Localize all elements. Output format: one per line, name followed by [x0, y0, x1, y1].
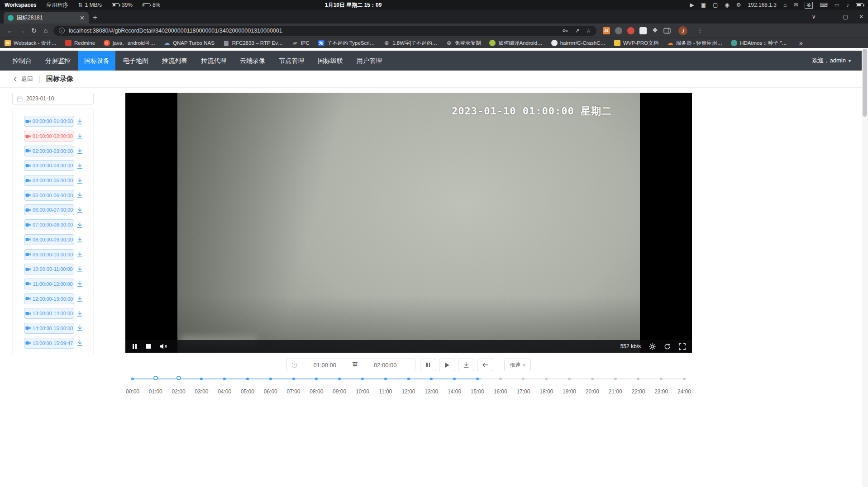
timeline-track[interactable]: 00:0001:0002:0003:0004:0005:0006:0007:00…	[133, 378, 684, 379]
nav-tab-split-screen[interactable]: 分屏监控	[39, 51, 76, 71]
bookmark-item-wvp-doc[interactable]: WVP-PRO文档	[614, 40, 658, 47]
range-start-time[interactable]: 01:00:00	[299, 362, 350, 369]
browser-tab[interactable]: 国标28181 ✕	[4, 12, 89, 24]
puzzle-extensions-icon[interactable]	[652, 27, 658, 34]
timeline-handle[interactable]	[176, 376, 181, 380]
side-panel-icon[interactable]	[663, 28, 671, 34]
bookmark-item-webstack[interactable]: WWebstack - 设计…	[5, 40, 57, 47]
segment-download-button-6[interactable]	[76, 207, 83, 213]
volume-icon[interactable]: ♪	[846, 2, 849, 8]
forward-icon[interactable]: →	[16, 27, 28, 34]
bookmark-item-zhihu[interactable]: 知了不起的 TypeScri…	[318, 40, 375, 47]
speed-dropdown[interactable]: 倍速 ▾	[504, 359, 530, 371]
back-icon[interactable]: ←	[5, 27, 16, 34]
play-button[interactable]	[439, 359, 455, 371]
user-menu[interactable]: 欢迎，admin ▾	[812, 57, 862, 65]
bookmark-item-redmine[interactable]: Redmine	[65, 40, 95, 46]
clipboard-icon[interactable]: ▢	[713, 2, 718, 8]
skip-back-button[interactable]	[477, 359, 493, 371]
blocker-extension-icon[interactable]	[627, 27, 634, 34]
segment-chip-10[interactable]: 10:00:00-11:00:00	[24, 264, 74, 274]
share-icon[interactable]: ↗	[575, 27, 579, 34]
reload-icon[interactable]: ↻	[28, 27, 40, 35]
segment-chip-3[interactable]: 03:00:00-04:00:00	[24, 160, 74, 171]
segment-download-button-11[interactable]	[76, 280, 83, 287]
bookmark-item-ipc[interactable]: ▰IPC	[292, 40, 310, 46]
bookmark-item-github[interactable]: hairrrrr/C-CrashC…	[551, 40, 606, 46]
bookmark-item-rfc2833[interactable]: ▤RFC2833 – RTP Ev…	[223, 40, 283, 46]
segment-download-button-3[interactable]	[76, 162, 83, 169]
screenshot-icon[interactable]: ▣	[701, 2, 706, 8]
date-picker-input[interactable]: 2023-01-10	[12, 93, 94, 104]
keyboard-icon[interactable]: ⌨	[820, 2, 827, 8]
segment-chip-12[interactable]: 12:00:00-13:00:00	[24, 293, 74, 304]
time-range-input[interactable]: 01:00:00 至 02:00:00	[286, 359, 415, 371]
link-extension-icon[interactable]	[615, 27, 622, 34]
segment-chip-5[interactable]: 05:00:00-06:00:00	[24, 190, 74, 201]
segment-download-button-5[interactable]	[76, 192, 83, 199]
input-language-indicator[interactable]: 英	[805, 2, 813, 9]
player-stop-button[interactable]	[146, 344, 151, 349]
browser-menu-icon[interactable]: ⋮	[697, 27, 703, 34]
window-maximize-button[interactable]: ▢	[843, 14, 848, 20]
clock[interactable]: 1月10日 星期二 15：09	[325, 1, 382, 9]
tools-icon[interactable]: ⚙	[736, 2, 741, 8]
segment-chip-14[interactable]: 14:00:00-15:00:00	[24, 323, 74, 334]
segment-chip-7[interactable]: 07:00:00-08:00:00	[24, 219, 74, 230]
segment-chip-15[interactable]: 15:00:00-15:09:47	[24, 338, 74, 349]
player-settings-icon[interactable]	[649, 343, 656, 350]
bookmark-item-copy-free[interactable]: ⊕免登录复制	[446, 40, 481, 47]
key-icon[interactable]	[562, 28, 568, 34]
segment-download-button-8[interactable]	[76, 236, 83, 243]
segment-download-button-1[interactable]	[76, 133, 83, 140]
back-button[interactable]: 返回	[12, 75, 33, 83]
player-refresh-icon[interactable]	[664, 343, 671, 350]
bookmark-item-android[interactable]: 如何编译Android…	[489, 40, 542, 47]
segment-download-button-9[interactable]	[76, 251, 83, 258]
pause-button[interactable]	[420, 359, 436, 371]
segment-download-button-7[interactable]	[76, 222, 83, 228]
window-minimize-button[interactable]: —	[827, 14, 832, 20]
player-fullscreen-icon[interactable]	[679, 343, 686, 350]
segment-download-button-13[interactable]	[76, 310, 83, 317]
nav-tab-console[interactable]: 控制台	[7, 51, 38, 71]
download-button[interactable]	[458, 359, 474, 371]
segment-chip-1[interactable]: 01:00:00-02:00:00	[24, 131, 74, 142]
home-icon[interactable]: ⌂	[783, 2, 787, 8]
bookmark-item-hdatmos[interactable]: HDAtmos :: 种子 "…	[731, 40, 787, 47]
video-frame[interactable]: 2023-01-10 01:00:00 星期二	[177, 93, 640, 353]
segment-download-button-10[interactable]	[76, 266, 83, 273]
display-icon[interactable]: ▭	[835, 2, 839, 8]
segment-chip-9[interactable]: 09:00:00-10:00:00	[24, 249, 74, 260]
segment-chip-0[interactable]: 00:00:00-01:00:00	[24, 116, 74, 127]
timeline-handle[interactable]	[153, 376, 158, 380]
bookmark-star-icon[interactable]: ☆	[586, 27, 591, 34]
nav-tab-cloud-record[interactable]: 云端录像	[234, 51, 271, 71]
nav-tab-node-manage[interactable]: 节点管理	[273, 51, 310, 71]
nav-tab-user-manage[interactable]: 用户管理	[351, 51, 388, 71]
applications-menu[interactable]: 应用程序	[46, 1, 68, 9]
new-tab-button[interactable]: +	[89, 12, 101, 24]
nav-tab-push-list[interactable]: 推流列表	[156, 51, 193, 71]
bookmark-item-server[interactable]: ☁服务器 - 轻量应用…	[667, 40, 722, 47]
player-mute-icon[interactable]	[160, 343, 167, 350]
chevron-down-icon[interactable]: ∨	[812, 14, 816, 20]
segment-chip-4[interactable]: 04:00:00-05:00:00	[24, 175, 74, 186]
tab-close-icon[interactable]: ✕	[80, 15, 85, 21]
recorder-icon[interactable]: ◉	[725, 2, 729, 8]
bookmark-item-qnap[interactable]: ☁QNAP Turbo NAS	[164, 40, 215, 46]
segment-chip-13[interactable]: 13:00:00-14:00:00	[24, 308, 74, 319]
bookmark-item-csdn[interactable]: Cjava、android可…	[104, 40, 155, 47]
tray-battery-icon[interactable]	[856, 3, 863, 7]
player-pause-button[interactable]	[132, 344, 137, 349]
bookmarks-overflow-icon[interactable]: »	[799, 39, 803, 47]
browser-home-icon[interactable]: ⌂	[40, 27, 52, 34]
segment-chip-2[interactable]: 02:00:00-03:00:00	[24, 146, 74, 156]
nav-tab-gb-device[interactable]: 国标设备	[78, 51, 115, 71]
media-play-icon[interactable]: ▶	[690, 2, 694, 8]
scrollbar-thumb[interactable]	[863, 49, 867, 117]
segment-download-button-0[interactable]	[76, 118, 83, 125]
segment-download-button-12[interactable]	[76, 295, 83, 302]
segment-chip-8[interactable]: 08:00:00-09:00:00	[24, 234, 74, 245]
page-scrollbar[interactable]	[862, 48, 868, 487]
